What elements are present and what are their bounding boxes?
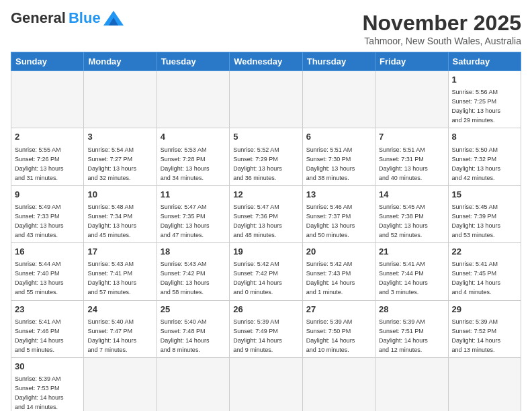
day-number: 14: [379, 189, 444, 201]
day-number: 1: [452, 74, 517, 86]
calendar-cell: [157, 357, 229, 411]
day-info: Sunrise: 5:51 AM Sunset: 7:31 PM Dayligh…: [379, 146, 428, 181]
logo-blue: Blue: [69, 11, 101, 26]
weekday-header-row: SundayMondayTuesdayWednesdayThursdayFrid…: [11, 52, 521, 71]
calendar-cell: 2Sunrise: 5:55 AM Sunset: 7:26 PM Daylig…: [11, 128, 84, 185]
weekday-header-saturday: Saturday: [448, 52, 521, 71]
calendar-week-row-2: 2Sunrise: 5:55 AM Sunset: 7:26 PM Daylig…: [11, 128, 521, 185]
calendar-cell: 19Sunrise: 5:42 AM Sunset: 7:42 PM Dayli…: [230, 243, 302, 300]
day-number: 25: [161, 304, 226, 316]
calendar-cell: 20Sunrise: 5:42 AM Sunset: 7:43 PM Dayli…: [302, 243, 375, 300]
calendar-cell: 30Sunrise: 5:39 AM Sunset: 7:53 PM Dayli…: [11, 357, 84, 411]
day-info: Sunrise: 5:45 AM Sunset: 7:38 PM Dayligh…: [379, 203, 428, 238]
day-info: Sunrise: 5:55 AM Sunset: 7:26 PM Dayligh…: [15, 146, 64, 181]
day-number: 18: [161, 246, 226, 258]
calendar-cell: 1Sunrise: 5:56 AM Sunset: 7:25 PM Daylig…: [448, 71, 521, 128]
calendar-cell: [448, 357, 521, 411]
day-info: Sunrise: 5:43 AM Sunset: 7:41 PM Dayligh…: [87, 261, 136, 295]
calendar-cell: [302, 71, 375, 128]
day-info: Sunrise: 5:39 AM Sunset: 7:51 PM Dayligh…: [379, 318, 428, 353]
calendar-cell: 10Sunrise: 5:48 AM Sunset: 7:34 PM Dayli…: [84, 185, 157, 242]
calendar-cell: 5Sunrise: 5:52 AM Sunset: 7:29 PM Daylig…: [230, 128, 302, 185]
day-number: 5: [233, 131, 298, 143]
day-number: 30: [15, 361, 80, 373]
calendar-cell: 26Sunrise: 5:39 AM Sunset: 7:49 PM Dayli…: [230, 300, 302, 357]
day-number: 7: [379, 131, 444, 143]
calendar-cell: 6Sunrise: 5:51 AM Sunset: 7:30 PM Daylig…: [302, 128, 375, 185]
day-number: 16: [15, 246, 80, 258]
calendar-cell: [302, 357, 375, 411]
day-info: Sunrise: 5:41 AM Sunset: 7:44 PM Dayligh…: [379, 261, 428, 295]
day-number: 12: [233, 189, 298, 201]
day-info: Sunrise: 5:39 AM Sunset: 7:50 PM Dayligh…: [306, 318, 355, 353]
day-number: 3: [87, 131, 152, 143]
day-info: Sunrise: 5:53 AM Sunset: 7:28 PM Dayligh…: [161, 146, 210, 181]
day-info: Sunrise: 5:39 AM Sunset: 7:49 PM Dayligh…: [233, 318, 282, 353]
day-info: Sunrise: 5:47 AM Sunset: 7:36 PM Dayligh…: [233, 203, 282, 238]
calendar-cell: 4Sunrise: 5:53 AM Sunset: 7:28 PM Daylig…: [157, 128, 229, 185]
day-info: Sunrise: 5:42 AM Sunset: 7:43 PM Dayligh…: [306, 261, 355, 295]
calendar-cell: 11Sunrise: 5:47 AM Sunset: 7:35 PM Dayli…: [157, 185, 229, 242]
day-number: 11: [161, 189, 226, 201]
day-info: Sunrise: 5:39 AM Sunset: 7:52 PM Dayligh…: [452, 318, 501, 353]
calendar-cell: 8Sunrise: 5:50 AM Sunset: 7:32 PM Daylig…: [448, 128, 521, 185]
day-number: 6: [306, 131, 371, 143]
day-number: 15: [452, 189, 517, 201]
page-header: General Blue November 2025 Tahmoor, New …: [11, 11, 521, 46]
day-number: 28: [379, 304, 444, 316]
day-info: Sunrise: 5:43 AM Sunset: 7:42 PM Dayligh…: [161, 261, 210, 295]
calendar-cell: 7Sunrise: 5:51 AM Sunset: 7:31 PM Daylig…: [375, 128, 448, 185]
calendar-cell: 14Sunrise: 5:45 AM Sunset: 7:38 PM Dayli…: [375, 185, 448, 242]
day-number: 19: [233, 246, 298, 258]
calendar-week-row-1: 1Sunrise: 5:56 AM Sunset: 7:25 PM Daylig…: [11, 71, 521, 128]
calendar-cell: [230, 357, 302, 411]
calendar-cell: 25Sunrise: 5:40 AM Sunset: 7:48 PM Dayli…: [157, 300, 229, 357]
calendar-cell: 15Sunrise: 5:45 AM Sunset: 7:39 PM Dayli…: [448, 185, 521, 242]
subtitle: Tahmoor, New South Wales, Australia: [362, 36, 521, 46]
day-info: Sunrise: 5:50 AM Sunset: 7:32 PM Dayligh…: [452, 146, 501, 181]
title-block: November 2025 Tahmoor, New South Wales, …: [362, 11, 521, 46]
calendar-cell: [230, 71, 302, 128]
logo-icon: [103, 11, 124, 26]
day-number: 8: [452, 131, 517, 143]
day-number: 17: [87, 246, 152, 258]
day-number: 21: [379, 246, 444, 258]
calendar-cell: 23Sunrise: 5:41 AM Sunset: 7:46 PM Dayli…: [11, 300, 84, 357]
calendar-cell: [157, 71, 229, 128]
day-info: Sunrise: 5:40 AM Sunset: 7:47 PM Dayligh…: [87, 318, 136, 353]
day-number: 23: [15, 304, 80, 316]
calendar-cell: [375, 71, 448, 128]
calendar-cell: [84, 71, 157, 128]
calendar-cell: 17Sunrise: 5:43 AM Sunset: 7:41 PM Dayli…: [84, 243, 157, 300]
day-number: 2: [15, 131, 80, 143]
calendar-cell: 18Sunrise: 5:43 AM Sunset: 7:42 PM Dayli…: [157, 243, 229, 300]
logo: General Blue: [11, 11, 124, 26]
calendar-cell: 21Sunrise: 5:41 AM Sunset: 7:44 PM Dayli…: [375, 243, 448, 300]
day-info: Sunrise: 5:48 AM Sunset: 7:34 PM Dayligh…: [87, 203, 136, 238]
weekday-header-wednesday: Wednesday: [230, 52, 302, 71]
day-info: Sunrise: 5:56 AM Sunset: 7:25 PM Dayligh…: [452, 89, 501, 124]
calendar-cell: 27Sunrise: 5:39 AM Sunset: 7:50 PM Dayli…: [302, 300, 375, 357]
calendar-cell: 3Sunrise: 5:54 AM Sunset: 7:27 PM Daylig…: [84, 128, 157, 185]
calendar-cell: 28Sunrise: 5:39 AM Sunset: 7:51 PM Dayli…: [375, 300, 448, 357]
day-info: Sunrise: 5:40 AM Sunset: 7:48 PM Dayligh…: [161, 318, 210, 353]
day-info: Sunrise: 5:39 AM Sunset: 7:53 PM Dayligh…: [15, 375, 64, 410]
calendar-week-row-3: 9Sunrise: 5:49 AM Sunset: 7:33 PM Daylig…: [11, 185, 521, 242]
calendar-table: SundayMondayTuesdayWednesdayThursdayFrid…: [11, 52, 521, 411]
day-info: Sunrise: 5:42 AM Sunset: 7:42 PM Dayligh…: [233, 261, 282, 295]
calendar-cell: 16Sunrise: 5:44 AM Sunset: 7:40 PM Dayli…: [11, 243, 84, 300]
day-number: 26: [233, 304, 298, 316]
day-info: Sunrise: 5:54 AM Sunset: 7:27 PM Dayligh…: [87, 146, 136, 181]
day-number: 13: [306, 189, 371, 201]
day-number: 24: [87, 304, 152, 316]
day-info: Sunrise: 5:41 AM Sunset: 7:46 PM Dayligh…: [15, 318, 64, 353]
day-info: Sunrise: 5:47 AM Sunset: 7:35 PM Dayligh…: [161, 203, 210, 238]
day-info: Sunrise: 5:41 AM Sunset: 7:45 PM Dayligh…: [452, 261, 501, 295]
calendar-week-row-4: 16Sunrise: 5:44 AM Sunset: 7:40 PM Dayli…: [11, 243, 521, 300]
day-number: 10: [87, 189, 152, 201]
calendar-cell: [375, 357, 448, 411]
weekday-header-friday: Friday: [375, 52, 448, 71]
day-info: Sunrise: 5:49 AM Sunset: 7:33 PM Dayligh…: [15, 203, 64, 238]
calendar-cell: [84, 357, 157, 411]
day-number: 27: [306, 304, 371, 316]
